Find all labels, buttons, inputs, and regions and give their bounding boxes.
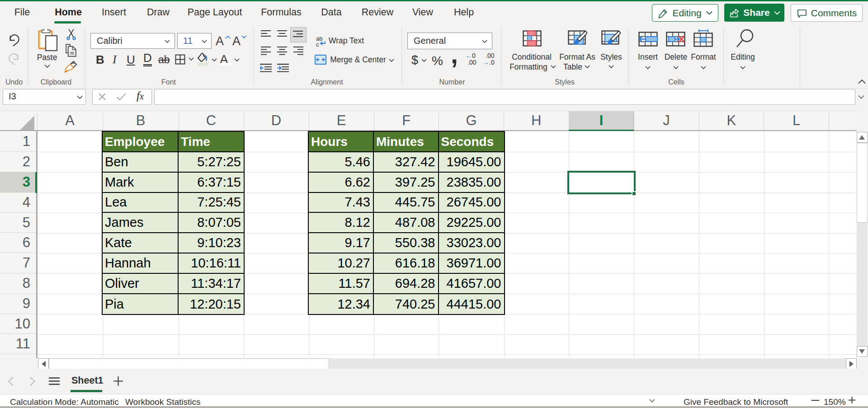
svg-text:c: c: [316, 41, 319, 47]
